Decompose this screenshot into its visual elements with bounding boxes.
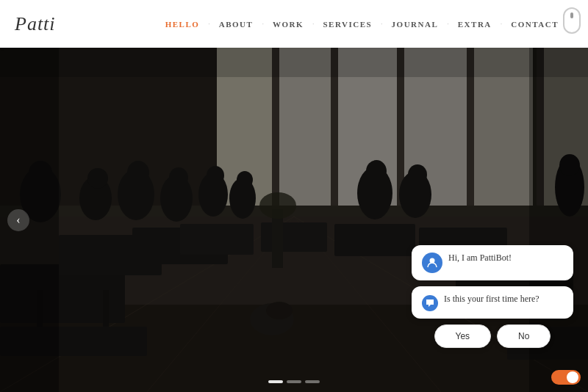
slide-dot-2[interactable] [287, 380, 301, 383]
nav-item-journal[interactable]: JOURNAL [384, 20, 446, 29]
bot-avatar-icon [422, 253, 442, 273]
question-bubble: Is this your first time here? [412, 286, 573, 319]
navigation: HELLO·ABOUT·WORK·SERVICES·JOURNAL·EXTRA·… [158, 20, 566, 29]
yes-button[interactable]: Yes [434, 324, 492, 348]
scroll-indicator [563, 7, 581, 34]
nav-item-extra[interactable]: EXTRA [451, 20, 499, 29]
scroll-knob [570, 12, 573, 18]
slide-dot-1[interactable] [268, 380, 283, 383]
header: Patti HELLO·ABOUT·WORK·SERVICES·JOURNAL·… [0, 0, 588, 48]
chevron-left-icon: ‹ [16, 214, 20, 227]
no-button[interactable]: No [497, 324, 551, 348]
slide-dot-3[interactable] [305, 380, 320, 383]
chat-action-buttons: Yes No [412, 324, 573, 348]
logo[interactable]: Patti [15, 13, 56, 35]
question-text: Is this your first time here? [444, 294, 539, 305]
greeting-bubble: Hi, I am PattiBot! [412, 245, 573, 280]
nav-item-about[interactable]: ABOUT [212, 20, 261, 29]
greeting-text: Hi, I am PattiBot! [448, 253, 512, 264]
slide-indicators [268, 380, 320, 383]
toggle-knob [567, 371, 578, 383]
svg-rect-58 [0, 48, 588, 77]
cookie-toggle[interactable] [551, 370, 581, 385]
hero-section: ‹ Hi, I am PattiBot! Is this your first … [0, 48, 588, 392]
nav-item-contact[interactable]: CONTACT [503, 20, 566, 29]
previous-slide-button[interactable]: ‹ [7, 209, 29, 231]
nav-item-services[interactable]: SERVICES [315, 20, 379, 29]
nav-item-hello[interactable]: HELLO [158, 20, 207, 29]
chatbot-widget: Hi, I am PattiBot! Is this your first ti… [412, 245, 573, 348]
bot-chat-icon [422, 295, 438, 311]
nav-item-work[interactable]: WORK [265, 20, 311, 29]
